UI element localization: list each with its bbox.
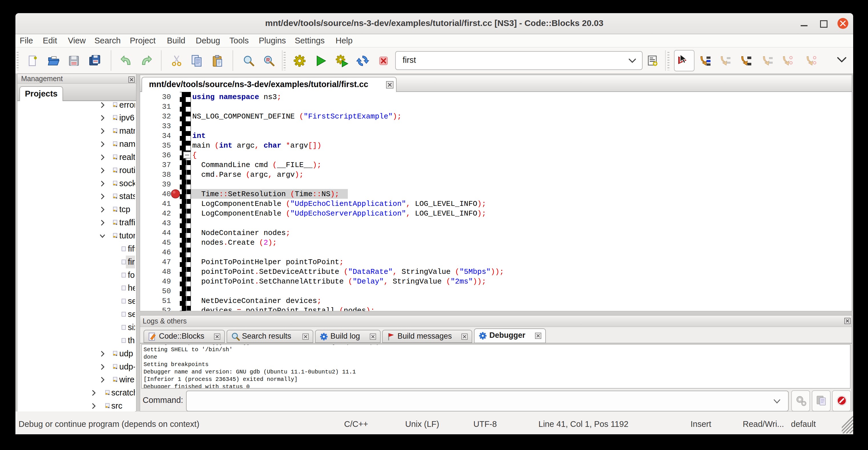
svg-text:R: R <box>266 57 270 63</box>
